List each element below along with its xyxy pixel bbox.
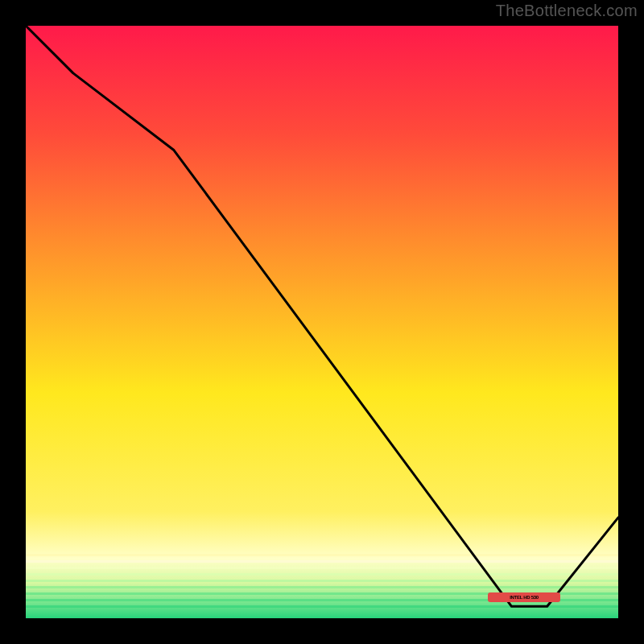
svg-rect-4 — [26, 580, 618, 582]
svg-rect-2 — [26, 567, 618, 569]
chart-root: TheBottleneck.com — [0, 0, 644, 644]
x-axis-chip: INTEL HD 530 — [488, 592, 560, 602]
svg-rect-5 — [26, 586, 618, 588]
svg-rect-0 — [26, 554, 618, 556]
gradient-background — [26, 26, 618, 618]
watermark-text: TheBottleneck.com — [496, 2, 638, 20]
chart-svg — [26, 26, 618, 618]
svg-rect-1 — [26, 560, 618, 563]
svg-rect-3 — [26, 573, 618, 576]
plot-area: INTEL HD 530 — [26, 26, 618, 618]
